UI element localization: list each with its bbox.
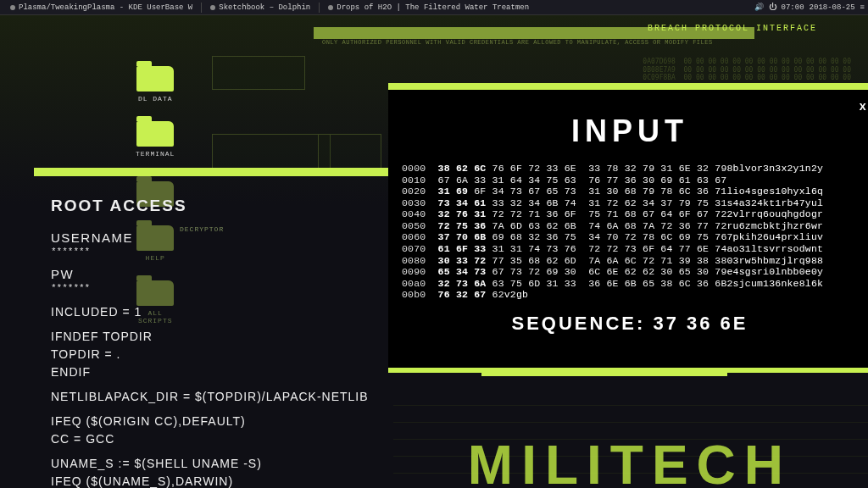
uname-block: UNAME_S := $(SHELL UNAME -S) IFEQ ($(UNA… <box>51 455 373 488</box>
clock[interactable]: 07:00 <box>782 3 804 12</box>
deco-box <box>212 56 305 90</box>
volume-icon[interactable]: 🔊 <box>754 3 764 12</box>
ifndef-block: IFNDEF TOPDIR TOPDIR = . ENDIF <box>51 328 373 381</box>
taskbar: Plasma/TweakingPlasma - KDE UserBase W S… <box>0 0 868 15</box>
netlib-line: NETLIBLAPACK_DIR = $(TOPDIR)/LAPACK-NETL… <box>51 388 373 406</box>
taskbar-item[interactable]: Drops of H2O | The Filtered Water Treatm… <box>321 3 536 12</box>
network-icon[interactable]: ⏻ <box>769 3 776 12</box>
folder-dl-data[interactable]: DL DATA <box>136 66 175 103</box>
input-panel: x INPUT 0000 38 62 6C 76 6F 72 33 6E 33 … <box>388 85 868 373</box>
folder-terminal[interactable]: TERMINAL <box>136 121 175 158</box>
breach-subtitle: ONLY AUTHORIZED PERSONNEL WITH VALID CRE… <box>322 39 817 46</box>
sequence-display: SEQUENCE: 37 36 6E <box>388 313 868 335</box>
included-line: INCLUDED = 1 <box>51 303 373 321</box>
date[interactable]: 2018-08-25 <box>810 3 855 12</box>
taskbar-item[interactable]: Sketchbook – Dolphin <box>203 3 317 12</box>
root-access-title: ROOT ACCESS <box>51 197 373 215</box>
taskbar-separator <box>319 3 320 13</box>
close-button[interactable]: x <box>860 100 866 114</box>
root-access-panel: DECRYPTOR ROOT ACCESS USERNAME ******* P… <box>34 168 390 488</box>
panel-accent-bar <box>34 168 390 176</box>
pw-field[interactable]: ******* <box>51 283 373 293</box>
app-icon <box>10 5 15 10</box>
decryptor-label: DECRYPTOR <box>180 225 224 233</box>
progress-bar <box>481 373 727 376</box>
background-hex: 0A07D698 00 00 00 00 00 00 00 00 00 00 0… <box>643 58 851 82</box>
panel-accent-bar <box>388 83 868 90</box>
taskbar-item[interactable]: Plasma/TweakingPlasma - KDE UserBase W <box>3 3 199 12</box>
taskbar-tray: 🔊 ⏻ 07:00 2018-08-25 ≡ <box>754 3 865 12</box>
brand-logo: MILITECH <box>468 434 792 488</box>
username-field[interactable]: ******* <box>51 247 373 257</box>
breach-title: BREACH PROTOCOL INTERFACE <box>648 24 817 33</box>
menu-icon[interactable]: ≡ <box>860 3 865 12</box>
ifeq-block: IFEQ ($(ORIGIN CC),DEFAULT) CC = GCC <box>51 413 373 448</box>
folder-icon <box>136 66 174 92</box>
taskbar-separator <box>201 3 202 13</box>
hex-dump: 0000 38 62 6C 76 6F 72 33 6E 33 78 32 79… <box>388 163 868 301</box>
pw-label: PW <box>51 267 373 281</box>
folder-icon <box>136 121 174 147</box>
app-icon <box>328 5 333 10</box>
app-icon <box>210 5 215 10</box>
input-title: INPUT <box>388 114 868 149</box>
